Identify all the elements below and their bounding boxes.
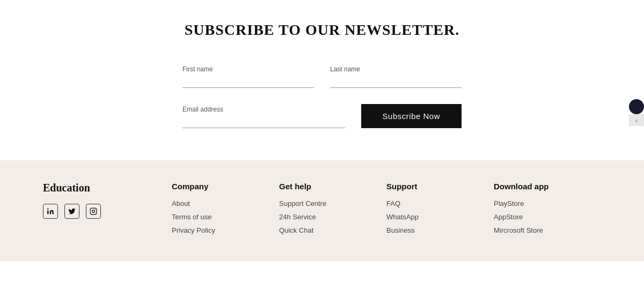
last-name-label: Last name: [330, 65, 462, 73]
first-name-input[interactable]: [182, 75, 314, 88]
support-link-whatsapp[interactable]: WhatsApp: [386, 213, 494, 221]
newsletter-form: First name Last name Email address Subsc…: [182, 65, 462, 128]
email-row: Email address Subscribe Now: [182, 104, 462, 128]
first-name-field: First name: [182, 65, 314, 88]
newsletter-title: SUBSCRIBE TO OUR NEWSLETTER.: [185, 21, 459, 39]
sidebar-arrow[interactable]: ‹: [629, 114, 644, 126]
last-name-field: Last name: [330, 65, 462, 88]
support-heading: Support: [386, 182, 494, 191]
instagram-icon[interactable]: [86, 204, 101, 219]
download-link-microsoft[interactable]: Mircrosoft Store: [494, 226, 601, 234]
svg-point-0: [47, 208, 48, 209]
email-input[interactable]: [182, 115, 345, 128]
support-link-business[interactable]: Business: [386, 226, 494, 234]
social-icons: [43, 204, 172, 219]
footer-col-support: Support FAQ WhatsApp Business: [386, 182, 494, 240]
sidebar-widget: ‹: [629, 99, 644, 126]
name-row: First name Last name: [182, 65, 462, 88]
first-name-label: First name: [182, 65, 314, 73]
newsletter-section: SUBSCRIBE TO OUR NEWSLETTER. First name …: [0, 0, 644, 160]
footer-col-gethelp: Get help Support Centre 24h Service Quic…: [279, 182, 386, 240]
company-link-privacy[interactable]: Privacy Policy: [172, 226, 279, 234]
twitter-icon[interactable]: [64, 204, 79, 219]
gethelp-link-quickchat[interactable]: Quick Chat: [279, 226, 386, 234]
svg-point-3: [95, 209, 96, 210]
email-label: Email address: [182, 106, 345, 113]
download-link-appstore[interactable]: AppStore: [494, 213, 601, 221]
company-heading: Company: [172, 182, 279, 191]
gethelp-heading: Get help: [279, 182, 386, 191]
subscribe-button[interactable]: Subscribe Now: [361, 104, 462, 128]
download-heading: Download app: [494, 182, 601, 191]
last-name-input[interactable]: [330, 75, 462, 88]
footer-section: Education Comp: [0, 160, 644, 261]
svg-point-2: [92, 210, 95, 213]
email-field: Email address: [182, 106, 345, 128]
footer-brand: Education: [43, 182, 172, 194]
footer-col-education: Education: [43, 182, 172, 240]
gethelp-link-24h[interactable]: 24h Service: [279, 213, 386, 221]
svg-rect-1: [90, 208, 97, 214]
footer-col-company: Company About Terms of use Privacy Polic…: [172, 182, 279, 240]
company-link-about[interactable]: About: [172, 199, 279, 208]
support-link-faq[interactable]: FAQ: [386, 199, 494, 208]
footer-col-download: Download app PlayStore AppStore Mircroso…: [494, 182, 601, 240]
gethelp-link-support[interactable]: Support Centre: [279, 199, 386, 208]
company-link-terms[interactable]: Terms of use: [172, 213, 279, 221]
linkedin-icon[interactable]: [43, 204, 58, 219]
download-link-playstore[interactable]: PlayStore: [494, 199, 601, 208]
sidebar-circle: [629, 99, 644, 114]
